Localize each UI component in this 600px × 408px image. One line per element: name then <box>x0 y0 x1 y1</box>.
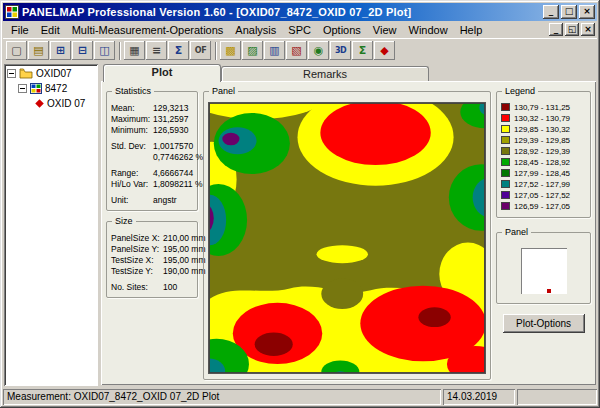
left-column: Statistics Mean: 129,3213 Maximum: 131,2… <box>106 87 198 380</box>
title-bar: PANELMAP Professional Version 1.60 - [OX… <box>3 3 597 21</box>
status-measurement: Measurement: OXID07_8472_OXID 07_2D Plot <box>3 389 441 405</box>
mdi-minimize-button[interactable]: _ <box>549 23 563 36</box>
measurement-dot-icon <box>35 99 44 108</box>
menu-spc[interactable]: SPC <box>282 23 317 37</box>
stat-row: Range: 4,6666744 <box>111 167 193 178</box>
legend-color-swatch <box>501 169 510 177</box>
panel-minimap[interactable] <box>521 248 567 294</box>
status-bar: Measurement: OXID07_8472_OXID 07_2D Plot… <box>3 387 597 405</box>
legend-color-swatch <box>501 114 510 122</box>
tree-label-leaf: OXID 07 <box>47 98 85 109</box>
content-area: OXID07 8472 OXID 07 <box>3 62 597 387</box>
legend-color-swatch <box>501 136 510 144</box>
toolbar-separator <box>119 42 121 60</box>
tile-windows-icon[interactable]: ⊟ <box>72 41 93 60</box>
tree-item-8472[interactable]: 8472 <box>5 81 97 96</box>
toolbar: ▢ ▤ ⊞ ⊟ ◫ ▦ ≡ Σ OF ▩ ▨ ▥ ▧ ◉ 3D Σ ◆ <box>3 38 597 62</box>
panel-minimap-groupbox: Panel <box>496 232 591 304</box>
legend-groupbox: Legend 130,79 - 131,25 130,32 - 130,79 1… <box>496 91 591 218</box>
value-list-icon[interactable]: ≡ <box>146 41 167 60</box>
folder-icon <box>19 68 33 79</box>
legend-entry: 128,92 - 129,39 <box>501 146 586 156</box>
tab-strip: Plot Remarks <box>101 64 596 82</box>
menu-multi-measurement-operations[interactable]: Multi-Measurement-Operations <box>66 23 230 37</box>
size-row: TestSize X: 195,00 mm <box>111 254 193 265</box>
panel-minimap-title: Panel <box>502 227 531 238</box>
view-3d-icon[interactable]: 3D <box>330 41 351 60</box>
bar-chart-icon[interactable]: ▥ <box>264 41 285 60</box>
stat-row: Hi/Lo Var: 1,8098211 % <box>111 178 193 189</box>
new-window-icon[interactable]: ⊞ <box>50 41 71 60</box>
menu-edit[interactable]: Edit <box>35 23 66 37</box>
size-row: PanelSize Y: 195,00 mm <box>111 243 193 254</box>
statistics-groupbox: Statistics Mean: 129,3213 Maximum: 131,2… <box>106 91 198 211</box>
statistics-title: Statistics <box>112 86 154 97</box>
sum-table-icon[interactable]: Σ <box>168 41 189 60</box>
legend-title: Legend <box>502 86 538 97</box>
size-row: TestSize Y: 190,00 mm <box>111 265 193 276</box>
plot-frame <box>208 102 486 374</box>
panel-plot-groupbox: Panel <box>203 91 491 380</box>
minimize-button[interactable]: _ <box>543 5 559 19</box>
stat-row: Maximum: 131,2597 <box>111 113 193 124</box>
color-map-icon[interactable]: ▩ <box>220 41 241 60</box>
open-folder-icon[interactable]: ▤ <box>28 41 49 60</box>
new-document-icon[interactable]: ▢ <box>6 41 27 60</box>
legend-entry: 130,79 - 131,25 <box>501 102 586 112</box>
panel-plot-title: Panel <box>209 86 238 97</box>
window-title: PANELMAP Professional Version 1.60 - [OX… <box>22 6 541 18</box>
collapse-icon[interactable] <box>7 69 16 78</box>
legend-entry: 127,52 - 127,99 <box>501 179 586 189</box>
mdi-restore-button[interactable]: ◱ <box>565 23 579 36</box>
app-window: PANELMAP Professional Version 1.60 - [OX… <box>0 0 600 408</box>
target-view-icon[interactable]: ◉ <box>308 41 329 60</box>
legend-entry: 130,32 - 130,79 <box>501 113 586 123</box>
status-date: 14.03.2019 <box>443 389 515 405</box>
size-title: Size <box>112 216 136 227</box>
menu-window[interactable]: Window <box>403 23 454 37</box>
copy-view-icon[interactable]: ◫ <box>94 41 115 60</box>
menu-view[interactable]: View <box>367 23 403 37</box>
menu-file[interactable]: File <box>5 23 35 37</box>
main-area: Plot Remarks Statistics Mean: 129,3213 M… <box>101 64 596 386</box>
legend-color-swatch <box>501 202 510 210</box>
legend-color-swatch <box>501 125 510 133</box>
tree-item-oxid-07[interactable]: OXID 07 <box>5 96 97 111</box>
plot-options-button[interactable]: Plot-Options <box>503 314 585 333</box>
legend-color-swatch <box>501 103 510 111</box>
status-extra-cell <box>517 389 597 405</box>
site-marker <box>547 289 551 293</box>
of-view-icon[interactable]: OF <box>190 41 211 60</box>
tab-remarks[interactable]: Remarks <box>221 66 429 82</box>
legend-color-swatch <box>501 191 510 199</box>
collapse-icon[interactable] <box>18 84 27 93</box>
data-table-icon[interactable]: ▦ <box>124 41 145 60</box>
legend-entry: 126,59 - 127,05 <box>501 201 586 211</box>
multi-plot-icon[interactable]: ▧ <box>286 41 307 60</box>
sigma-chart-icon[interactable]: Σ <box>352 41 373 60</box>
legend-color-swatch <box>501 158 510 166</box>
contour-plot[interactable] <box>209 103 485 373</box>
right-column: Legend 130,79 - 131,25 130,32 - 130,79 1… <box>496 87 591 380</box>
legend-color-swatch <box>501 147 510 155</box>
toolbar-separator <box>215 42 217 60</box>
stat-row: 0,7746262 % <box>111 151 193 162</box>
tree-label-root: OXID07 <box>36 68 72 79</box>
menu-help[interactable]: Help <box>454 23 489 37</box>
legend-color-swatch <box>501 180 510 188</box>
tree-item-oxid07[interactable]: OXID07 <box>5 66 97 81</box>
tree-label-child: 8472 <box>45 83 67 94</box>
surface-plot-icon[interactable]: ▨ <box>242 41 263 60</box>
menu-analysis[interactable]: Analysis <box>229 23 282 37</box>
menu-bar: File Edit Multi-Measurement-Operations A… <box>3 21 597 38</box>
maximize-button[interactable]: □ <box>561 5 577 19</box>
close-button[interactable]: × <box>579 5 595 19</box>
legend-entry: 127,05 - 127,52 <box>501 190 586 200</box>
stat-row: Unit: angstr <box>111 194 193 205</box>
mdi-close-button[interactable]: × <box>581 23 595 36</box>
tab-plot[interactable]: Plot <box>103 64 221 82</box>
legend-entry: 129,85 - 130,32 <box>501 124 586 134</box>
menu-options[interactable]: Options <box>317 23 367 37</box>
mdi-window-buttons: _ ◱ × <box>547 23 595 36</box>
trend-chart-icon[interactable]: ◆ <box>374 41 395 60</box>
